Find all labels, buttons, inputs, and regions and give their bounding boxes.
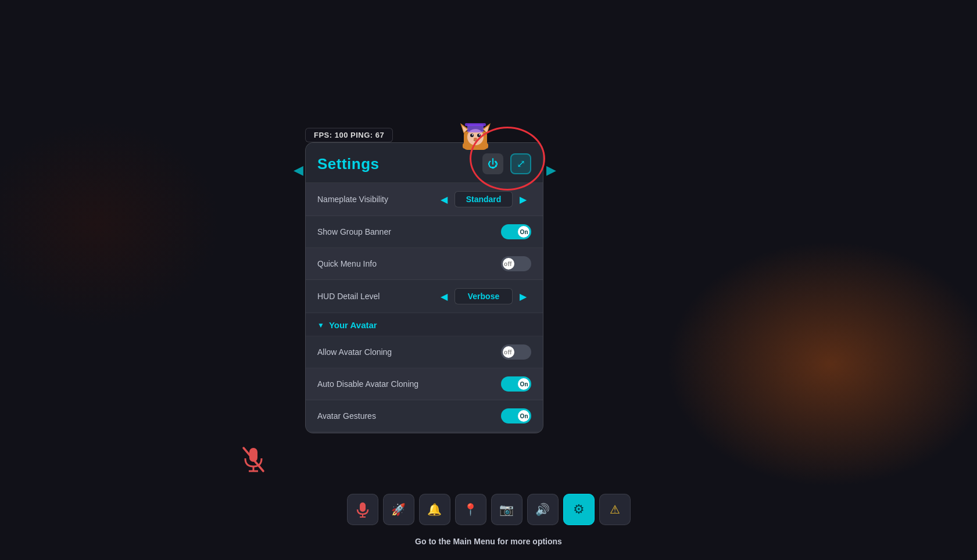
svg-point-8 [472, 134, 473, 135]
wing-left-decoration: ◀ [294, 163, 303, 178]
hud-detail-level-label: HUD Detail Level [317, 292, 380, 301]
rocket-icon: 🚀 [391, 502, 406, 516]
allow-avatar-cloning-toggle[interactable]: off [501, 344, 531, 360]
svg-rect-14 [481, 143, 488, 149]
auto-disable-avatar-cloning-label: Auto Disable Avatar Cloning [317, 379, 418, 389]
warning-icon: ⚠ [610, 502, 620, 516]
nameplate-prev-button[interactable]: ◀ [436, 191, 452, 207]
show-group-banner-toggle-wrap: On [501, 224, 531, 239]
auto-disable-avatar-cloning-toggle-label: On [520, 381, 529, 387]
mic-muted-icon [241, 446, 266, 479]
panel-title: Settings [317, 155, 380, 173]
fps-ping-bar: FPS: 100 PING: 67 [305, 128, 393, 142]
show-group-banner-row: Show Group Banner On [306, 216, 543, 248]
wing-right-decoration: ▶ [546, 163, 556, 178]
sound-icon: 🔊 [535, 502, 550, 516]
location-icon: 📍 [463, 502, 478, 516]
taskbar-mic-button[interactable] [347, 494, 378, 525]
allow-avatar-cloning-row: Allow Avatar Cloning off [306, 336, 543, 368]
camera-icon: 📷 [499, 502, 514, 516]
your-avatar-section-header[interactable]: ▼ Your Avatar [306, 313, 543, 336]
power-button[interactable]: ⏻ [482, 153, 503, 174]
hud-value: Verbose [454, 288, 513, 304]
avatar-gestures-toggle-wrap: On [501, 408, 531, 423]
quick-menu-info-toggle-label: off [504, 261, 512, 267]
quick-menu-info-toggle[interactable]: off [501, 256, 531, 271]
settings-panel: Settings ⏻ ⤢ Nameplate Visibility ◀ Stan… [305, 142, 543, 433]
hud-detail-level-row: HUD Detail Level ◀ Verbose ▶ [306, 280, 543, 313]
show-group-banner-toggle[interactable]: On [501, 224, 531, 239]
svg-point-6 [470, 134, 474, 137]
your-avatar-section-label: Your Avatar [329, 320, 377, 330]
footer-label: Go to the Main Menu for more options [415, 537, 562, 546]
quick-menu-info-toggle-wrap: off [501, 256, 531, 271]
settings-icon: ⚙ [573, 502, 585, 517]
allow-avatar-cloning-toggle-wrap: off [501, 344, 531, 360]
svg-point-9 [479, 134, 480, 135]
taskbar-sound-button[interactable]: 🔊 [527, 494, 559, 525]
svg-point-7 [477, 134, 481, 137]
auto-disable-avatar-cloning-toggle[interactable]: On [501, 376, 531, 392]
show-group-banner-label: Show Group Banner [317, 227, 391, 236]
quick-menu-info-label: Quick Menu Info [317, 259, 377, 268]
taskbar-settings-button[interactable]: ⚙ [563, 494, 595, 525]
taskbar: 🚀 🔔 📍 📷 🔊 ⚙ ⚠ [347, 494, 631, 525]
avatar-gestures-label: Avatar Gestures [317, 411, 376, 421]
nameplate-visibility-selector: ◀ Standard ▶ [436, 191, 531, 207]
avatar-gestures-toggle[interactable]: On [501, 408, 531, 423]
pause-avatar-interactions-row: Pause Avatar Interactions off [306, 432, 543, 433]
auto-disable-avatar-cloning-toggle-wrap: On [501, 376, 531, 392]
svg-rect-12 [465, 123, 486, 126]
svg-rect-19 [360, 502, 366, 512]
screen-button[interactable]: ⤢ [510, 153, 531, 174]
taskbar-warning-button[interactable]: ⚠ [599, 494, 631, 525]
avatar-gestures-row: Avatar Gestures On [306, 400, 543, 432]
fps-ping-text: FPS: 100 PING: 67 [314, 131, 384, 139]
taskbar-rocket-button[interactable]: 🚀 [383, 494, 414, 525]
nameplate-visibility-label: Nameplate Visibility [317, 195, 388, 204]
nameplate-value: Standard [454, 191, 513, 207]
hud-next-button[interactable]: ▶ [515, 288, 531, 304]
nameplate-next-button[interactable]: ▶ [515, 191, 531, 207]
header-icons: ⏻ ⤢ [482, 153, 531, 174]
taskbar-bell-button[interactable]: 🔔 [419, 494, 450, 525]
taskbar-camera-button[interactable]: 📷 [491, 494, 523, 525]
screen-icon: ⤢ [517, 157, 525, 170]
panel-header: Settings ⏻ ⤢ [306, 143, 543, 183]
quick-menu-info-row: Quick Menu Info off [306, 248, 543, 280]
show-group-banner-toggle-label: On [520, 229, 529, 235]
avatar-gestures-toggle-label: On [520, 413, 529, 419]
hud-prev-button[interactable]: ◀ [436, 288, 452, 304]
settings-body: Nameplate Visibility ◀ Standard ▶ Show G… [306, 183, 543, 433]
hud-detail-selector: ◀ Verbose ▶ [436, 288, 531, 304]
nameplate-visibility-row: Nameplate Visibility ◀ Standard ▶ [306, 183, 543, 216]
allow-avatar-cloning-label: Allow Avatar Cloning [317, 347, 392, 357]
svg-rect-13 [463, 143, 470, 149]
power-icon: ⏻ [488, 158, 498, 170]
auto-disable-avatar-cloning-row: Auto Disable Avatar Cloning On [306, 368, 543, 400]
footer-text: Go to the Main Menu for more options [415, 537, 562, 546]
svg-point-10 [474, 138, 477, 140]
avatar [456, 115, 495, 155]
bell-icon: 🔔 [427, 502, 442, 516]
section-chevron-icon: ▼ [317, 321, 324, 329]
taskbar-location-button[interactable]: 📍 [455, 494, 486, 525]
allow-avatar-cloning-toggle-label: off [504, 349, 512, 356]
